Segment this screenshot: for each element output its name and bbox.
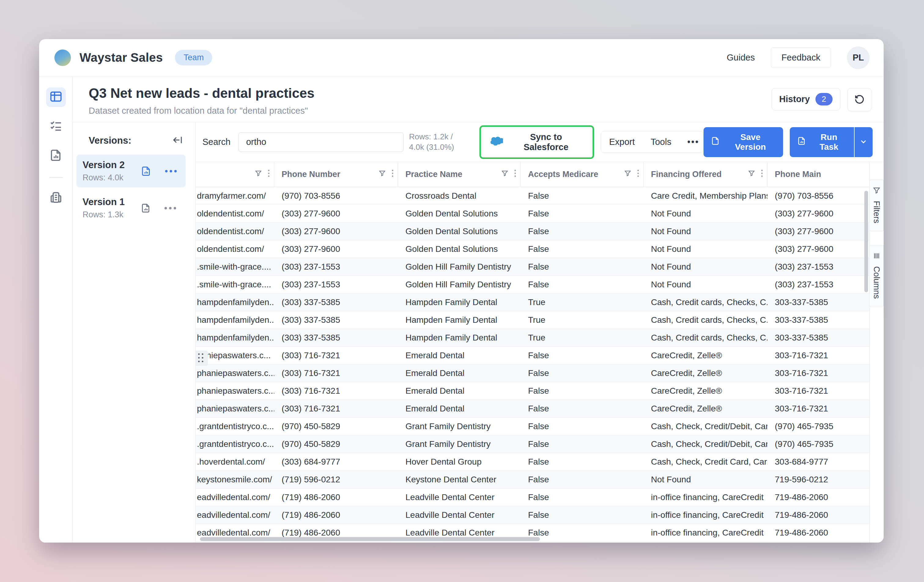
table-row[interactable]: hampdenfamilyden...(303) 337-5385Hampden…: [196, 293, 869, 311]
table-row[interactable]: keystonesmile.com/(719) 596-0212Keystone…: [196, 471, 869, 488]
vertical-scrollbar[interactable]: [865, 191, 868, 292]
table-cell: (303) 716-7321: [274, 364, 398, 382]
page-title: Q3 Net new leads - dental practices: [89, 86, 314, 101]
feedback-button[interactable]: Feedback: [771, 47, 831, 68]
run-task-dropdown-button[interactable]: [855, 127, 873, 157]
table-cell: False: [521, 205, 644, 222]
column-menu-icon[interactable]: [637, 169, 640, 180]
table-cell: Leadville Dental Center: [398, 488, 521, 506]
table-row[interactable]: oldendentist.com/(303) 277-9600Golden De…: [196, 223, 869, 240]
nav-tasks[interactable]: [46, 117, 66, 136]
table-cell: (303) 237-1553: [767, 276, 869, 293]
column-header[interactable]: [196, 162, 274, 187]
column-menu-icon[interactable]: [514, 169, 517, 180]
export-button[interactable]: Export: [601, 132, 643, 153]
column-menu-icon[interactable]: [391, 169, 394, 180]
search-input[interactable]: [239, 132, 404, 152]
table-row[interactable]: .smile-with-grace....(303) 237-1553Golde…: [196, 258, 869, 276]
version-item-2[interactable]: Version 2 Rows: 4.0k: [76, 155, 186, 187]
filter-funnel-icon[interactable]: [378, 169, 386, 180]
filter-funnel-icon[interactable]: [501, 169, 509, 180]
history-button[interactable]: History 2: [772, 88, 840, 110]
table-cell: Not Found: [644, 223, 767, 240]
table-row[interactable]: oldendentist.com/(303) 277-9600Golden De…: [196, 240, 869, 258]
table-cell: Not Found: [644, 205, 767, 222]
table-row[interactable]: phaniepaswaters.c...(303) 716-7321Emeral…: [196, 400, 869, 417]
table-row[interactable]: dramyfarmer.com/(970) 703-8556Crossroads…: [196, 187, 869, 205]
search-label: Search: [202, 137, 231, 147]
columns-icon: [872, 252, 881, 261]
more-button[interactable]: •••: [680, 132, 704, 153]
row-drag-handle[interactable]: [196, 351, 208, 366]
version-menu-icon[interactable]: [165, 207, 176, 209]
table-cell: True: [521, 329, 644, 346]
table-cell: False: [521, 347, 644, 364]
table-row[interactable]: eadvilledental.com/(719) 486-2060Leadvil…: [196, 506, 869, 524]
table-row[interactable]: .smile-with-grace....(303) 237-1553Golde…: [196, 276, 869, 293]
guides-link[interactable]: Guides: [727, 53, 755, 63]
version-item-1[interactable]: Version 1 Rows: 1.3k: [76, 192, 186, 224]
run-task-button[interactable]: Run Task: [790, 127, 854, 157]
table-cell: True: [521, 311, 644, 328]
table-row[interactable]: phaniepaswaters.c...(303) 716-7321Emeral…: [196, 364, 869, 382]
version-rows: Rows: 4.0k: [82, 173, 141, 183]
filter-funnel-icon[interactable]: [254, 169, 262, 180]
table-cell: False: [521, 471, 644, 488]
page-title-row: Q3 Net new leads - dental practices Data…: [73, 76, 884, 122]
data-table: Phone NumberPractice NameAccepts Medicar…: [196, 162, 870, 542]
column-header[interactable]: Phone Main: [767, 162, 869, 187]
save-version-button[interactable]: Save Version: [703, 127, 783, 157]
table-cell: (303) 337-5385: [274, 293, 398, 311]
column-header[interactable]: Phone Number: [274, 162, 398, 187]
table-row[interactable]: haniepaswaters.c...(303) 716-7321Emerald…: [196, 347, 869, 364]
refresh-button[interactable]: [848, 88, 871, 111]
table-row[interactable]: .grantdentistryco.c...(970) 450-5829Gran…: [196, 435, 869, 453]
table-cell: Hampden Family Dental: [398, 329, 521, 346]
version-menu-icon[interactable]: [165, 170, 177, 172]
table-row[interactable]: .grantdentistryco.c...(970) 450-5829Gran…: [196, 417, 869, 435]
table-cell: (970) 450-5829: [274, 417, 398, 435]
table-cell: False: [521, 453, 644, 470]
table-cell: 303-716-7321: [767, 347, 869, 364]
collapse-panel-button[interactable]: [172, 135, 183, 147]
column-header[interactable]: Financing Offered: [644, 162, 767, 187]
table-row[interactable]: phaniepaswaters.c...(303) 716-7321Emeral…: [196, 382, 869, 400]
rail-divider: [49, 177, 63, 178]
avatar[interactable]: PL: [847, 46, 870, 69]
filters-tab[interactable]: Filters: [870, 180, 884, 231]
horizontal-scrollbar[interactable]: [200, 537, 540, 541]
table-cell: eadvilledental.com/: [196, 488, 274, 506]
file-chart-icon: [49, 148, 63, 163]
history-label: History: [779, 94, 810, 104]
nav-table-view[interactable]: [46, 87, 66, 107]
table-cell: Emerald Dental: [398, 364, 521, 382]
column-menu-icon[interactable]: [267, 169, 270, 180]
left-icon-rail: [39, 76, 73, 542]
filter-funnel-icon[interactable]: [747, 169, 756, 180]
file-chart-icon: [141, 166, 152, 177]
table-row[interactable]: hampdenfamilyden...(303) 337-5385Hampden…: [196, 311, 869, 329]
table-row[interactable]: oldendentist.com/(303) 277-9600Golden De…: [196, 205, 869, 223]
table-cell: phaniepaswaters.c...: [196, 382, 274, 399]
filter-funnel-icon[interactable]: [624, 169, 632, 180]
table-cell: CareCredit, Zelle®: [644, 382, 767, 399]
table-cell: CareCredit, Zelle®: [644, 347, 767, 364]
table-row[interactable]: hampdenfamilyden...(303) 337-5385Hampden…: [196, 329, 869, 347]
nav-company[interactable]: [46, 188, 66, 208]
tools-button[interactable]: Tools: [643, 132, 680, 153]
table-cell: Hover Dental Group: [398, 453, 521, 470]
table-cell: CareCredit, Zelle®: [644, 364, 767, 382]
table-cell: oldendentist.com/: [196, 205, 274, 222]
column-menu-icon[interactable]: [761, 169, 764, 180]
column-header[interactable]: Accepts Medicare: [521, 162, 644, 187]
table-cell: oldendentist.com/: [196, 223, 274, 240]
nav-reports[interactable]: [46, 146, 66, 166]
table-row[interactable]: .hoverdental.com/(303) 684-9777Hover Den…: [196, 453, 869, 471]
sync-to-salesforce-button[interactable]: Sync to Salesforce: [482, 128, 592, 157]
table-cell: hampdenfamilyden...: [196, 293, 274, 311]
columns-tab[interactable]: Columns: [870, 245, 884, 307]
table-row[interactable]: eadvilledental.com/(719) 486-2060Leadvil…: [196, 488, 869, 506]
column-header[interactable]: Practice Name: [398, 162, 521, 187]
salesforce-icon: [490, 136, 503, 148]
table-cell: Cash, Credit cards, Checks, C...: [644, 311, 767, 328]
